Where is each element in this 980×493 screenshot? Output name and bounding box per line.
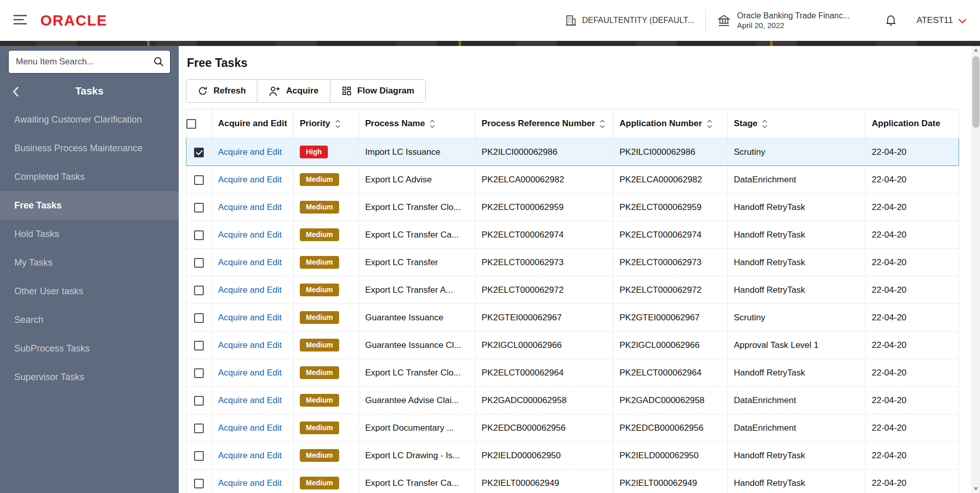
bank-info: Oracle Banking Trade Financ... April 20,…	[717, 11, 850, 31]
refresh-button[interactable]: Refresh	[186, 80, 257, 102]
column-header-stage[interactable]: Stage	[728, 109, 866, 138]
sidebar-item-label: My Tasks	[14, 257, 53, 268]
menu-search	[8, 50, 171, 74]
scrollbar-thumb[interactable]	[972, 56, 979, 128]
sidebar-header: Tasks	[0, 80, 179, 102]
sidebar-item-search[interactable]: Search	[0, 306, 179, 334]
acquire-and-edit-link[interactable]: Acquire and Edit	[218, 451, 282, 460]
sort-icon[interactable]	[707, 119, 712, 129]
sort-icon[interactable]	[429, 119, 435, 129]
acquire-and-edit-link[interactable]: Acquire and Edit	[218, 313, 282, 322]
stage-cell: DataEnrichment	[728, 414, 866, 442]
row-checkbox[interactable]	[194, 203, 204, 213]
back-button[interactable]	[11, 85, 20, 100]
scrollbar-down-arrow[interactable]	[971, 484, 980, 493]
acquire-button[interactable]: Acquire	[257, 80, 330, 102]
column-header-application-number[interactable]: Application Number	[613, 109, 728, 138]
column-header-label: Acquire and Edit	[218, 119, 287, 129]
acquire-and-edit-link[interactable]: Acquire and Edit	[218, 395, 282, 405]
row-checkbox[interactable]	[194, 451, 204, 461]
column-header-priority[interactable]: Priority	[294, 109, 359, 138]
row-checkbox[interactable]	[194, 424, 204, 433]
row-checkbox[interactable]	[194, 286, 204, 295]
process-name-cell: Export LC Drawing - Is...	[359, 442, 475, 469]
process-reference-number-cell: PK2ELCT000062959	[475, 194, 613, 221]
stage-cell: Handoff RetryTask	[728, 359, 866, 387]
sort-icon[interactable]	[335, 119, 341, 129]
sidebar: Tasks Awaiting Customer Clarification Bu…	[0, 46, 179, 493]
process-name-cell: Guarantee Advise Clai...	[359, 387, 475, 414]
stage-cell: DataEnrichment	[728, 166, 866, 194]
acquire-and-edit-link[interactable]: Acquire and Edit	[218, 478, 282, 488]
table-row: Acquire and Edit Medium Guarantee Advise…	[186, 387, 959, 414]
select-all-checkbox[interactable]	[186, 119, 196, 129]
acquire-and-edit-link[interactable]: Acquire and Edit	[218, 340, 282, 350]
process-reference-number-cell: PK2GTEI000062967	[475, 304, 613, 332]
column-header-process-reference-number[interactable]: Process Reference Number	[475, 109, 613, 138]
search-icon[interactable]	[153, 56, 164, 69]
hamburger-menu-button[interactable]	[9, 10, 31, 31]
row-checkbox[interactable]	[194, 258, 204, 268]
building-icon	[565, 14, 577, 27]
priority-badge: Medium	[300, 256, 339, 269]
sort-icon[interactable]	[762, 119, 768, 129]
sidebar-item-label: Free Tasks	[14, 200, 62, 211]
row-checkbox[interactable]	[194, 313, 204, 323]
application-number-cell: PK2ELCT000062974	[613, 221, 728, 249]
table-row: Acquire and Edit Medium Export LC Transf…	[186, 469, 959, 493]
process-name-cell: Export LC Transfer A...	[359, 276, 475, 304]
row-checkbox[interactable]	[194, 341, 204, 350]
column-header-label: Stage	[734, 119, 757, 129]
sidebar-title: Tasks	[75, 85, 103, 97]
process-reference-number-cell: PK2IGCL000062966	[475, 332, 613, 359]
sidebar-item-awaiting-customer-clarification[interactable]: Awaiting Customer Clarification	[0, 105, 179, 134]
acquire-and-edit-link[interactable]: Acquire and Edit	[218, 202, 282, 212]
sidebar-item-completed-tasks[interactable]: Completed Tasks	[0, 162, 179, 191]
acquire-and-edit-link[interactable]: Acquire and Edit	[218, 423, 282, 433]
user-name: ATEST11	[917, 15, 953, 26]
sidebar-item-my-tasks[interactable]: My Tasks	[0, 248, 179, 277]
row-checkbox[interactable]	[194, 479, 204, 488]
entity-selector[interactable]: DEFAULTENTITY (DEFAULT...	[565, 14, 695, 27]
menu-search-input[interactable]	[8, 50, 171, 74]
decorative-band	[0, 41, 980, 46]
table-row: Acquire and Edit Medium Export LC Transf…	[186, 276, 959, 304]
table-row: Acquire and Edit Medium Export LC Transf…	[186, 221, 959, 249]
sidebar-item-subprocess-tasks[interactable]: SubProcess Tasks	[0, 334, 179, 363]
acquire-and-edit-link[interactable]: Acquire and Edit	[218, 230, 282, 240]
acquire-and-edit-link[interactable]: Acquire and Edit	[218, 147, 282, 157]
vertical-scrollbar[interactable]	[971, 46, 980, 493]
application-number-cell: PK2EDCB000062956	[613, 414, 728, 442]
process-name-cell: Export Documentary ...	[359, 414, 475, 442]
row-checkbox[interactable]	[194, 148, 204, 157]
acquire-and-edit-link[interactable]: Acquire and Edit	[218, 368, 282, 378]
application-date-cell: 22-04-20	[866, 138, 959, 166]
application-number-cell: PK2ELCT000062964	[613, 359, 728, 387]
user-menu[interactable]: ATEST11	[917, 15, 967, 26]
row-checkbox[interactable]	[194, 368, 204, 378]
scrollbar-up-arrow[interactable]	[971, 46, 980, 55]
sidebar-item-other-user-tasks[interactable]: Other User tasks	[0, 277, 179, 306]
acquire-and-edit-link[interactable]: Acquire and Edit	[218, 285, 282, 295]
process-name-cell: Import LC Issuance	[359, 138, 475, 166]
column-header-process-name[interactable]: Process Name	[359, 109, 475, 138]
process-reference-number-cell: PK2ELCT000062964	[475, 359, 613, 387]
row-checkbox[interactable]	[194, 230, 204, 240]
stage-cell: Handoff RetryTask	[728, 469, 866, 493]
priority-badge: Medium	[300, 284, 339, 296]
row-checkbox[interactable]	[194, 396, 204, 406]
sidebar-item-hold-tasks[interactable]: Hold Tasks	[0, 220, 179, 248]
column-header-label: Priority	[300, 119, 330, 129]
sidebar-item-business-process-maintenance[interactable]: Business Process Maintenance	[0, 134, 179, 162]
sidebar-item-free-tasks[interactable]: Free Tasks	[0, 191, 179, 220]
table-row: Acquire and Edit Medium Export LC Drawin…	[186, 442, 959, 469]
notifications-button[interactable]	[882, 11, 899, 30]
acquire-and-edit-link[interactable]: Acquire and Edit	[218, 175, 282, 184]
flow-diagram-button[interactable]: Flow Diagram	[330, 80, 425, 102]
sidebar-item-supervisor-tasks[interactable]: Supervisor Tasks	[0, 363, 179, 391]
table-row: Acquire and Edit Medium Export LC Transf…	[186, 359, 959, 387]
sort-icon[interactable]	[600, 119, 605, 129]
acquire-and-edit-link[interactable]: Acquire and Edit	[218, 257, 282, 267]
sidebar-item-label: Hold Tasks	[14, 229, 59, 240]
row-checkbox[interactable]	[194, 175, 204, 185]
